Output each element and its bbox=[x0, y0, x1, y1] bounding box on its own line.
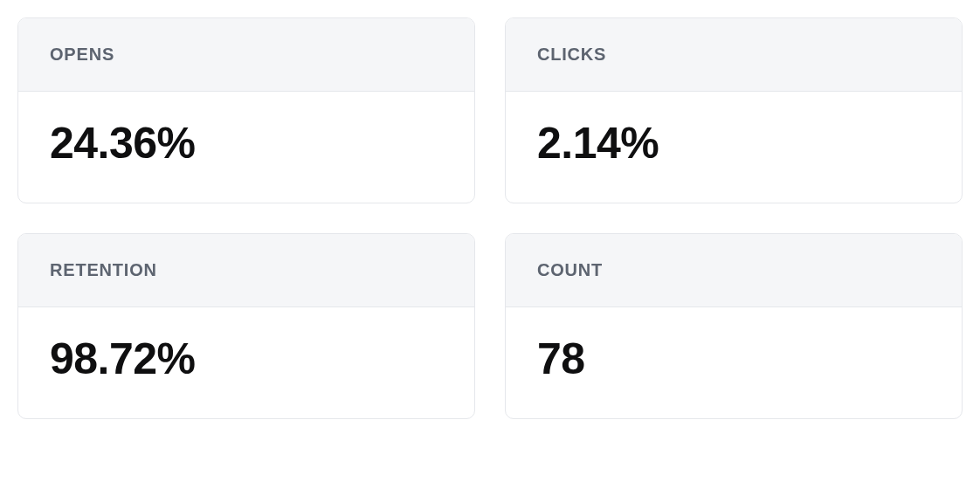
stat-card-header: OPENS bbox=[18, 18, 474, 92]
stat-card-body: 24.36% bbox=[18, 92, 474, 203]
stat-value-opens: 24.36% bbox=[50, 120, 443, 168]
stat-card-opens: OPENS 24.36% bbox=[17, 17, 475, 203]
stat-value-retention: 98.72% bbox=[50, 335, 443, 383]
stat-card-retention: RETENTION 98.72% bbox=[17, 233, 475, 419]
stat-card-body: 78 bbox=[506, 307, 962, 418]
stat-value-count: 78 bbox=[537, 335, 930, 383]
stat-label-retention: RETENTION bbox=[50, 260, 443, 280]
stat-card-body: 98.72% bbox=[18, 307, 474, 418]
stat-value-clicks: 2.14% bbox=[537, 120, 930, 168]
stat-card-clicks: CLICKS 2.14% bbox=[505, 17, 963, 203]
stat-label-clicks: CLICKS bbox=[537, 45, 930, 65]
stats-grid: OPENS 24.36% CLICKS 2.14% RETENTION 98.7… bbox=[17, 17, 963, 419]
stat-label-opens: OPENS bbox=[50, 45, 443, 65]
stat-card-header: COUNT bbox=[506, 234, 962, 307]
stat-card-header: CLICKS bbox=[506, 18, 962, 92]
stat-card-header: RETENTION bbox=[18, 234, 474, 307]
stat-card-count: COUNT 78 bbox=[505, 233, 963, 419]
stat-card-body: 2.14% bbox=[506, 92, 962, 203]
stat-label-count: COUNT bbox=[537, 260, 930, 280]
